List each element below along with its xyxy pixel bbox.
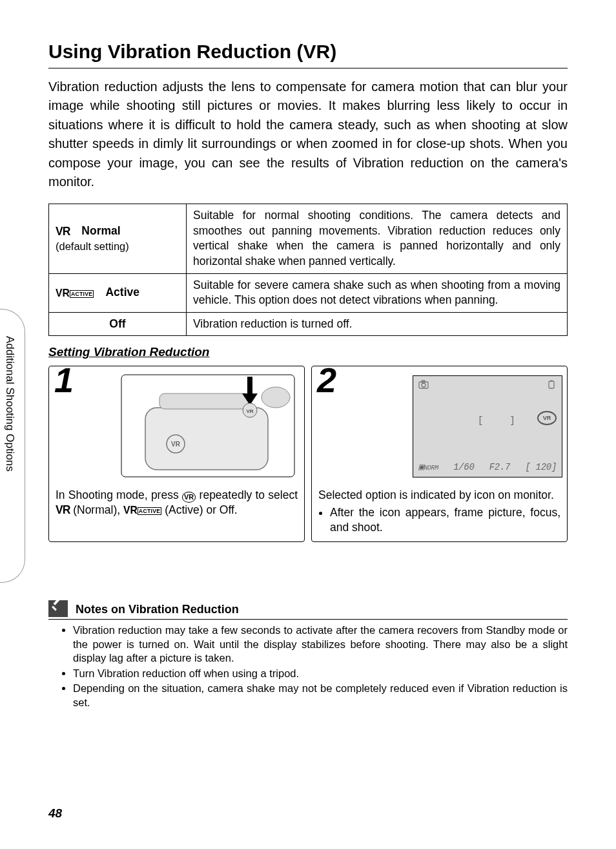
list-item: Turn Vibration reduction off when using … (73, 667, 568, 680)
monitor-status-bar: ▣NORM 1/60 F2.7 [ 120] (418, 461, 557, 473)
step2-text: Selected option is indicated by icon on … (318, 488, 560, 535)
table-row: Off Vibration reduction is turned off. (49, 312, 568, 336)
vr-icon: VR (56, 225, 70, 238)
check-icon (48, 600, 68, 617)
battery-icon (548, 380, 557, 392)
step-1: 1 VR VR In Shooting mod (48, 366, 305, 542)
mode-label-cell: VRNormal (default setting) (49, 204, 187, 274)
table-row: VRNormal (default setting) Suitable for … (49, 204, 568, 274)
steps-row: 1 VR VR In Shooting mod (48, 366, 568, 542)
side-section-label: Additional Shooting Options (2, 336, 17, 472)
vr-icon: VR (56, 503, 70, 516)
svg-text:VR: VR (171, 441, 181, 448)
page-title: Using Vibration Reduction (VR) (48, 39, 568, 68)
camera-mode-icon (418, 380, 429, 392)
vr-indicator-icon: VR (537, 411, 557, 425)
notes-section: Notes on Vibration Reduction Vibration r… (48, 600, 568, 709)
svg-rect-11 (549, 381, 554, 388)
page-number: 48 (48, 805, 62, 822)
mode-label-cell: VRACTIVEActive (49, 273, 187, 312)
svg-text:VR: VR (246, 408, 253, 414)
notes-heading: Notes on Vibration Reduction (76, 602, 239, 617)
vr-active-icon: VRACTIVE (123, 505, 161, 516)
step-2: 2 [ ] VR ▣NORM 1/60 F2.7 [ 120] (311, 366, 568, 542)
intro-paragraph: Vibration reduction adjusts the lens to … (48, 78, 568, 193)
mode-name: Normal (81, 224, 120, 237)
mode-description: Suitable for normal shooting conditions.… (187, 204, 568, 274)
camera-illustration: VR VR (121, 374, 295, 477)
mode-description: Suitable for severe camera shake such as… (187, 273, 568, 312)
svg-rect-2 (159, 393, 250, 409)
image-quality-icon: ▣NORM (418, 461, 438, 473)
mode-label-cell: Off (49, 312, 187, 336)
vr-active-icon: VRACTIVE (56, 288, 94, 299)
svg-point-10 (422, 383, 426, 387)
step1-text: In Shooting mode, press VR repeatedly to… (56, 488, 298, 518)
aperture: F2.7 (489, 461, 510, 473)
list-item: Vibration reduction may take a few secon… (73, 624, 568, 665)
mode-description: Vibration reduction is turned off. (187, 312, 568, 336)
step2-bullet: After the icon appears, frame picture, f… (330, 505, 560, 535)
monitor-preview: [ ] VR ▣NORM 1/60 F2.7 [ 120] (413, 375, 562, 477)
focus-brackets-icon: [ ] (478, 415, 520, 426)
mode-sublabel: (default setting) (56, 239, 180, 253)
mode-name: Active (105, 286, 139, 299)
svg-point-3 (262, 387, 290, 408)
vr-modes-table: VRNormal (default setting) Suitable for … (48, 204, 568, 336)
svg-rect-12 (551, 381, 553, 382)
notes-list: Vibration reduction may take a few secon… (48, 624, 568, 709)
table-row: VRACTIVEActive Suitable for severe camer… (49, 273, 568, 312)
setting-subheading: Setting Vibration Reduction (48, 344, 568, 361)
mode-name: Off (109, 317, 125, 330)
shots-remaining: [ 120] (525, 461, 557, 473)
list-item: Depending on the situation, camera shake… (73, 682, 568, 709)
shutter-speed: 1/60 (453, 461, 474, 473)
vr-button-icon: VR (182, 492, 196, 503)
